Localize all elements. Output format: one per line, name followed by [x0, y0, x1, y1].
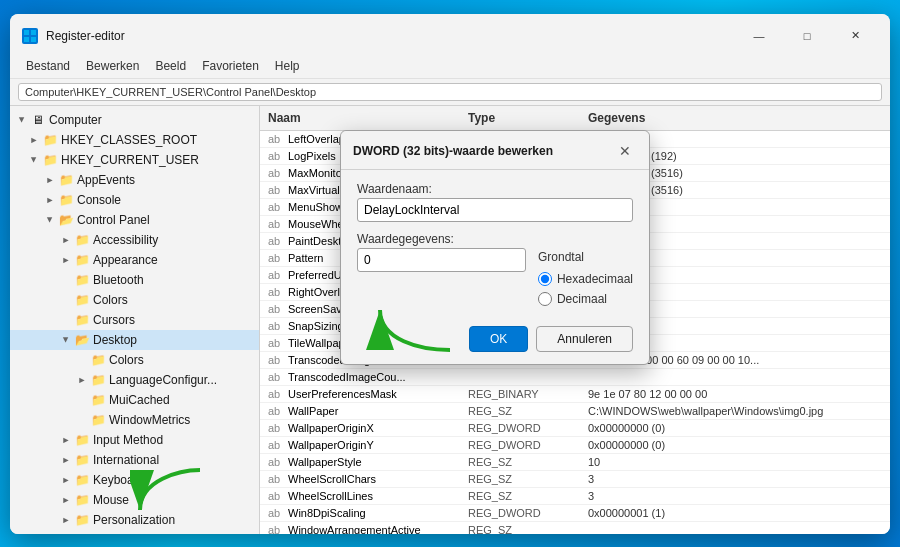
reg-name: Win8DpiScaling [284, 506, 464, 520]
menu-bewerken[interactable]: Bewerken [78, 56, 147, 76]
decimaal-radio[interactable] [538, 292, 552, 306]
sidebar-item-personalization[interactable]: ► 📁 Personalization [10, 510, 259, 530]
hexadecimaal-radio[interactable] [538, 272, 552, 286]
reg-icon: ab [264, 252, 284, 264]
sidebar-label: WindowMetrics [109, 413, 190, 427]
sidebar-item-international[interactable]: ► 📁 International [10, 450, 259, 470]
menu-help[interactable]: Help [267, 56, 308, 76]
menu-bestand[interactable]: Bestand [18, 56, 78, 76]
folder-icon: 📁 [74, 512, 90, 528]
sidebar-item-langconfig[interactable]: ► 📁 LanguageConfigur... [10, 370, 259, 390]
arrow-icon: ► [58, 512, 74, 528]
sidebar-item-control-panel[interactable]: ► 📂 Control Panel [10, 210, 259, 230]
reg-icon: ab [264, 388, 284, 400]
reg-type: REG_SZ [464, 489, 584, 503]
sidebar-label: Colors [109, 353, 144, 367]
reg-type: REG_DWORD [464, 506, 584, 520]
title-bar: Register-editor — □ ✕ [10, 14, 890, 54]
reg-icon: ab [264, 490, 284, 502]
reg-icon: ab [264, 456, 284, 468]
ok-button[interactable]: OK [469, 326, 528, 352]
table-row[interactable]: abUserPreferencesMaskREG_BINARY9e 1e 07 … [260, 386, 890, 403]
minimize-button[interactable]: — [736, 22, 782, 50]
sidebar-item-appearance[interactable]: ► 📁 Appearance [10, 250, 259, 270]
sidebar-item-bluetooth[interactable]: ► 📁 Bluetooth [10, 270, 259, 290]
sidebar-item-computer[interactable]: ► 🖥 Computer [10, 110, 259, 130]
sidebar-item-accessibility[interactable]: ► 📁 Accessibility [10, 230, 259, 250]
sidebar: ► 🖥 Computer ► 📁 HKEY_CLASSES_ROOT ► 📁 H… [10, 106, 260, 534]
sidebar-label: AppEvents [77, 173, 135, 187]
column-headers: Naam Type Gegevens [260, 106, 890, 131]
sidebar-label: Mouse [93, 493, 129, 507]
arrow-icon: ► [14, 112, 30, 128]
table-row[interactable]: abWin8DpiScalingREG_DWORD0x00000001 (1) [260, 505, 890, 522]
sidebar-label: Input Method [93, 433, 163, 447]
maximize-button[interactable]: □ [784, 22, 830, 50]
sidebar-item-mouse[interactable]: ► 📁 Mouse [10, 490, 259, 510]
reg-value: 0x00000001 (1) [584, 506, 890, 520]
folder-icon: 📁 [74, 292, 90, 308]
table-row-wallpaper[interactable]: abWallPaperREG_SZC:\WINDOWS\web\wallpape… [260, 403, 890, 420]
arrow-icon: ► [58, 232, 74, 248]
sidebar-item-muicached[interactable]: ► 📁 MuiCached [10, 390, 259, 410]
reg-value: 3 [584, 472, 890, 486]
decimaal-option[interactable]: Decimaal [538, 292, 633, 306]
waardennaam-input[interactable] [357, 198, 633, 222]
menu-favorieten[interactable]: Favorieten [194, 56, 267, 76]
arrow-icon: ► [58, 452, 74, 468]
arrow-icon: ► [42, 192, 58, 208]
reg-name: WallpaperOriginX [284, 421, 464, 435]
sidebar-item-console[interactable]: ► 📁 Console [10, 190, 259, 210]
table-row[interactable]: abTranscodedImageCou... [260, 369, 890, 386]
sidebar-item-input-method[interactable]: ► 📁 Input Method [10, 430, 259, 450]
sidebar-label: MuiCached [109, 393, 170, 407]
waardegegevens-section: Waardegegevens: [357, 232, 526, 306]
reg-icon: ab [264, 184, 284, 196]
reg-icon: ab [264, 150, 284, 162]
dword-dialog: DWORD (32 bits)-waarde bewerken ✕ Waarde… [340, 130, 650, 365]
waardegegevens-input[interactable] [357, 248, 526, 272]
sidebar-item-colors[interactable]: ► 📁 Colors [10, 290, 259, 310]
table-row[interactable]: abWallpaperOriginXREG_DWORD0x00000000 (0… [260, 420, 890, 437]
reg-icon: ab [264, 320, 284, 332]
sidebar-item-classes-root[interactable]: ► 📁 HKEY_CLASSES_ROOT [10, 130, 259, 150]
sidebar-label: LanguageConfigur... [109, 373, 217, 387]
folder-icon: 📁 [90, 392, 106, 408]
reg-type: REG_SZ [464, 455, 584, 469]
table-row[interactable]: abWallpaperStyleREG_SZ10 [260, 454, 890, 471]
sidebar-label: Bluetooth [93, 273, 144, 287]
hexadecimaal-option[interactable]: Hexadecimaal [538, 272, 633, 286]
address-input[interactable]: Computer\HKEY_CURRENT_USER\Control Panel… [18, 83, 882, 101]
dialog-close-button[interactable]: ✕ [613, 139, 637, 163]
folder-icon: 📁 [58, 172, 74, 188]
sidebar-item-appevents[interactable]: ► 📁 AppEvents [10, 170, 259, 190]
table-row[interactable]: abWallpaperOriginYREG_DWORD0x00000000 (0… [260, 437, 890, 454]
sidebar-label: Appearance [93, 253, 158, 267]
window-controls: — □ ✕ [736, 22, 878, 50]
sidebar-item-desktop[interactable]: ► 📂 Desktop [10, 330, 259, 350]
table-row[interactable]: abWindowArrangementActiveREG_SZ [260, 522, 890, 534]
reg-icon: ab [264, 269, 284, 281]
table-row[interactable]: abWheelScrollLinesREG_SZ3 [260, 488, 890, 505]
sidebar-item-keyboard[interactable]: ► 📁 Keyboard [10, 470, 259, 490]
reg-name: WindowArrangementActive [284, 523, 464, 534]
table-row[interactable]: abWheelScrollCharsREG_SZ3 [260, 471, 890, 488]
reg-icon: ab [264, 507, 284, 519]
annuleren-button[interactable]: Annuleren [536, 326, 633, 352]
folder-icon: 📁 [74, 232, 90, 248]
reg-icon: ab [264, 473, 284, 485]
sidebar-item-desktop-colors[interactable]: ► 📁 Colors [10, 350, 259, 370]
sidebar-item-current-user[interactable]: ► 📁 HKEY_CURRENT_USER [10, 150, 259, 170]
reg-icon: ab [264, 439, 284, 451]
reg-type: REG_DWORD [464, 438, 584, 452]
decimaal-label: Decimaal [557, 292, 607, 306]
close-button[interactable]: ✕ [832, 22, 878, 50]
sidebar-item-powercfg[interactable]: ► 📁 PowerCfg [10, 530, 259, 534]
folder-icon: 📁 [90, 352, 106, 368]
waardennaam-row: Waardenaam: [357, 182, 633, 222]
sidebar-item-windowmetrics[interactable]: ► 📁 WindowMetrics [10, 410, 259, 430]
reg-name: UserPreferencesMask [284, 387, 464, 401]
sidebar-item-cursors[interactable]: ► 📁 Cursors [10, 310, 259, 330]
hexadecimaal-label: Hexadecimaal [557, 272, 633, 286]
menu-beeld[interactable]: Beeld [147, 56, 194, 76]
